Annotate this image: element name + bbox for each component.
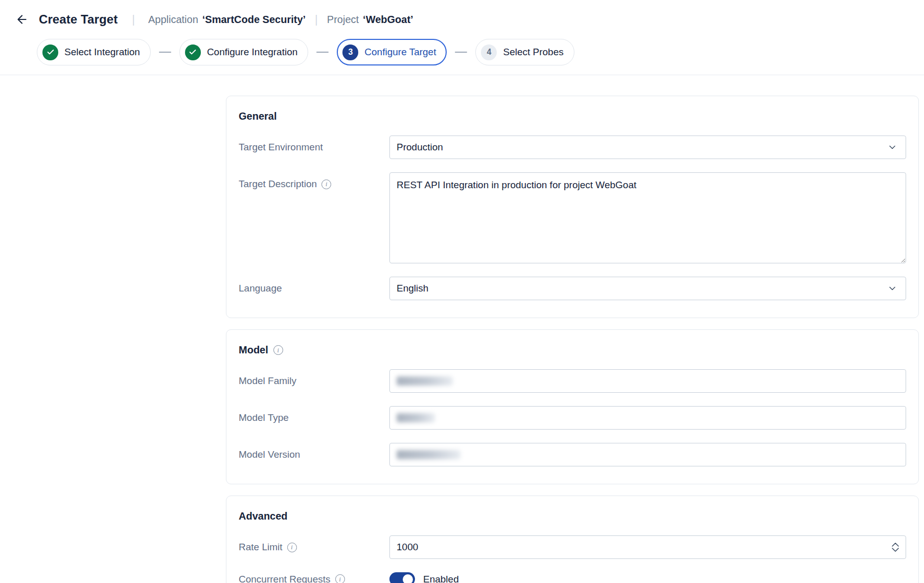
breadcrumb-application-label: Application — [148, 14, 198, 26]
step-connector — [316, 52, 329, 53]
step-complete-check-icon — [42, 44, 58, 60]
language-value: English — [397, 283, 428, 294]
model-section: Model i Model Family Model Type Model Ve… — [226, 329, 919, 484]
title-row: Create Target | Application ‘SmartCode S… — [0, 8, 924, 31]
advanced-section-title: Advanced — [239, 510, 288, 522]
back-button[interactable] — [13, 11, 31, 28]
breadcrumb-project-label: Project — [327, 14, 359, 26]
info-icon[interactable]: i — [287, 543, 297, 552]
model-type-input[interactable] — [389, 406, 906, 430]
target-environment-select[interactable]: Production — [389, 136, 906, 159]
concurrent-requests-label: Concurrent Requests — [239, 574, 331, 583]
step-select-probes[interactable]: 4 Select Probes — [475, 39, 574, 65]
target-environment-label: Target Environment — [239, 142, 323, 153]
general-section: General Target Environment Production Ta… — [226, 96, 919, 318]
step-number-badge: 4 — [481, 44, 497, 60]
breadcrumb-application-value: ‘SmartCode Security’ — [202, 14, 306, 26]
info-icon[interactable]: i — [273, 345, 283, 355]
step-label: Configure Integration — [207, 47, 297, 58]
step-configure-target[interactable]: 3 Configure Target — [337, 39, 447, 65]
redacted-value — [397, 413, 435, 422]
step-label: Configure Target — [364, 47, 436, 58]
general-section-title: General — [239, 110, 276, 122]
redacted-value — [397, 376, 453, 386]
back-arrow-icon — [15, 13, 29, 26]
page-header: Create Target | Application ‘SmartCode S… — [0, 0, 924, 75]
concurrent-requests-row: Concurrent Requests i Enabled — [239, 572, 906, 583]
model-version-label: Model Version — [239, 449, 300, 460]
model-family-row: Model Family — [239, 369, 906, 393]
model-family-label: Model Family — [239, 375, 296, 387]
model-version-row: Model Version — [239, 443, 906, 466]
model-type-row: Model Type — [239, 406, 906, 430]
language-select[interactable]: English — [389, 277, 906, 300]
language-row: Language English — [239, 277, 906, 300]
language-label: Language — [239, 283, 282, 294]
redacted-value — [397, 450, 460, 459]
concurrent-requests-status: Enabled — [423, 574, 459, 583]
wizard-stepper: Select Integration Configure Integration… — [0, 31, 924, 75]
concurrent-requests-toggle[interactable] — [389, 572, 415, 583]
info-icon[interactable]: i — [321, 180, 331, 189]
breadcrumb-divider: | — [132, 13, 135, 26]
breadcrumb-project-value: ‘WebGoat’ — [363, 14, 413, 26]
info-icon[interactable]: i — [335, 574, 345, 583]
target-description-label: Target Description — [239, 178, 317, 190]
rate-limit-row: Rate Limit i — [239, 535, 906, 559]
step-complete-check-icon — [185, 44, 201, 60]
step-configure-integration[interactable]: Configure Integration — [179, 39, 308, 65]
page-title: Create Target — [39, 12, 118, 27]
target-environment-row: Target Environment Production — [239, 136, 906, 159]
target-description-textarea[interactable]: REST API Integration in production for p… — [389, 172, 906, 263]
target-environment-value: Production — [397, 142, 443, 153]
step-number-badge: 3 — [342, 44, 358, 60]
step-label: Select Probes — [503, 47, 563, 58]
model-family-input[interactable] — [389, 369, 906, 393]
breadcrumb: | Application ‘SmartCode Security’ | Pro… — [132, 13, 413, 26]
number-stepper-icon[interactable] — [892, 543, 899, 552]
model-version-input[interactable] — [389, 443, 906, 466]
step-connector — [159, 52, 171, 53]
toggle-knob — [403, 574, 413, 583]
chevron-down-icon — [887, 142, 897, 152]
breadcrumb-separator: | — [315, 13, 318, 26]
step-select-integration[interactable]: Select Integration — [37, 39, 151, 65]
advanced-section: Advanced Rate Limit i Concurrent Request… — [226, 496, 919, 583]
target-description-row: Target Description i REST API Integratio… — [239, 172, 906, 263]
rate-limit-label: Rate Limit — [239, 542, 283, 553]
step-connector — [455, 52, 467, 53]
step-label: Select Integration — [64, 47, 140, 58]
model-section-title: Model — [239, 344, 268, 356]
chevron-down-icon — [887, 283, 897, 294]
create-target-form: General Target Environment Production Ta… — [226, 96, 919, 583]
rate-limit-input[interactable] — [389, 535, 906, 559]
model-type-label: Model Type — [239, 412, 289, 423]
